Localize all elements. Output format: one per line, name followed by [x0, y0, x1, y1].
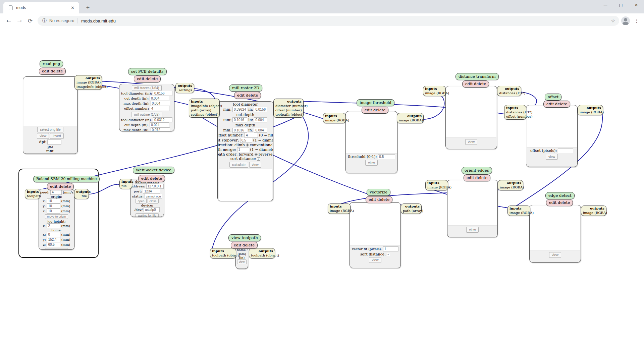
direction-climb-radio[interactable] [246, 143, 249, 147]
origin-x-input[interactable] [47, 198, 60, 204]
dpi-input[interactable] [47, 139, 61, 145]
view-button[interactable]: view [237, 260, 246, 264]
dev-input[interactable] [144, 207, 160, 212]
port-toolpath[interactable]: toolpath (object) [275, 112, 302, 117]
port-settings[interactable]: settings [177, 88, 192, 92]
view-button[interactable]: view [549, 252, 561, 258]
port-imageinfo[interactable]: imageInfo (object) [76, 84, 100, 89]
read-png-outputs-tag[interactable]: outputs image (RGBA) imageInfo (object) [74, 75, 102, 90]
threshold-input[interactable] [378, 154, 395, 159]
port-path[interactable]: path (array) [403, 209, 420, 213]
module-title-distance-transform[interactable]: distance transform [455, 73, 499, 80]
port-image-rgba[interactable]: image (RGBA) [76, 80, 100, 84]
close-button[interactable]: close [148, 199, 159, 204]
tool-diameter-in-input[interactable] [254, 107, 267, 112]
websocket-inputs-tag[interactable]: inputs file [119, 179, 132, 189]
port-imageinfo[interactable]: imageInfo (object) [191, 104, 218, 108]
roland-inputs-tag[interactable]: inputs toolpath [25, 189, 40, 199]
cut-depth-mm-input[interactable] [232, 117, 247, 122]
address-input[interactable] [146, 184, 164, 189]
port-image-rgba[interactable]: image (RGBA) [325, 118, 344, 122]
module-title-mill-raster-2d[interactable]: mill raster 2D [229, 84, 262, 92]
calculate-button[interactable]: calculate [229, 162, 248, 168]
port-offset[interactable]: offset (number) [275, 108, 302, 112]
port-image-rgba[interactable]: image (RGBA) [500, 185, 521, 189]
port-image-rgba[interactable]: image (RGBA) [425, 91, 444, 95]
port-image-rgba[interactable]: image (RGBA) [427, 185, 446, 189]
avatar[interactable] [621, 16, 630, 25]
roland-outputs-tag[interactable]: outputs file [74, 189, 89, 199]
view-button[interactable]: view [465, 139, 477, 145]
close-icon[interactable]: ✕ [629, 0, 644, 11]
port-file[interactable]: file [76, 194, 87, 198]
orient-edges-inputs-tag[interactable]: inputs image (RGBA) [425, 180, 448, 190]
port-file[interactable]: file [121, 184, 130, 188]
cut-depth-in-input[interactable] [254, 117, 267, 122]
browser-tab[interactable]: mods ✕ [3, 2, 79, 13]
edit-delete-tag[interactable]: edit delete [366, 196, 392, 203]
edit-delete-tag[interactable]: edit delete [231, 242, 258, 249]
module-title-roland-srm20[interactable]: Roland SRM-20 milling machine [33, 176, 100, 182]
sort-distance-checkbox[interactable]: ✓ [387, 253, 390, 256]
offset-outputs-tag[interactable]: outputs image (RGBA) [578, 105, 603, 115]
edit-delete-tag[interactable]: edit delete [234, 92, 261, 99]
module-title-edge-detect[interactable]: edge detect [545, 192, 575, 199]
reload-icon[interactable]: ⟳ [25, 16, 35, 25]
view-button[interactable]: view [365, 160, 377, 166]
tab-close-icon[interactable]: ✕ [69, 5, 76, 10]
speed-input[interactable] [50, 190, 62, 195]
traces-tool-diameter-input[interactable] [153, 91, 172, 96]
forward-icon[interactable]: → [15, 16, 24, 25]
view-button[interactable]: view [249, 162, 261, 168]
port-toolpath[interactable]: toolpath [27, 194, 38, 198]
address-bar[interactable]: ⓘ No es seguro mods.cba.mit.edu ☆ [38, 16, 619, 26]
edge-detect-outputs-tag[interactable]: outputs image (RGBA) [581, 206, 606, 216]
traces-cut-depth-input[interactable] [150, 96, 169, 101]
module-title-read-png[interactable]: read png [40, 60, 63, 67]
home-y-input[interactable] [47, 237, 60, 242]
path-order-forward-radio[interactable] [255, 153, 258, 156]
edit-delete-tag[interactable]: edit delete [39, 68, 66, 75]
bookmark-star-icon[interactable]: ☆ [611, 18, 615, 23]
invert-button[interactable]: invert [50, 133, 63, 139]
back-icon[interactable]: ← [4, 16, 13, 25]
outline-cut-depth-input[interactable] [150, 122, 169, 127]
module-title-view-toolpath[interactable]: view toolpath [228, 234, 261, 241]
traces-offset-number-input[interactable] [150, 106, 169, 111]
orient-edges-outputs-tag[interactable]: outputs image (RGBA) [498, 180, 523, 190]
origin-z-input[interactable] [47, 209, 60, 214]
maximize-icon[interactable]: ▢ [613, 0, 629, 11]
origin-y-input[interactable] [47, 204, 60, 209]
edit-delete-tag[interactable]: edit delete [543, 101, 570, 108]
minimize-icon[interactable]: — [598, 0, 613, 11]
port-distances[interactable]: distances (F32) [499, 91, 519, 95]
port-path[interactable]: path (array) [191, 108, 218, 112]
move-to-origin-button[interactable]: move to origin [45, 214, 68, 219]
move-to-home-button[interactable]: move to home [45, 248, 68, 250]
edit-delete-tag[interactable]: edit delete [546, 199, 573, 206]
port-settings[interactable]: settings (object) [191, 112, 218, 117]
menu-icon[interactable]: ⋮ [633, 16, 641, 25]
vectorize-outputs-tag[interactable]: outputs path (array) [401, 204, 422, 214]
port-diameter[interactable]: diameter (number) [275, 104, 302, 108]
edit-delete-tag[interactable]: edit delete [362, 107, 388, 114]
edge-detect-inputs-tag[interactable]: inputs image (RGBA) [507, 206, 530, 216]
sort-distance-checkbox[interactable]: ✓ [257, 157, 260, 161]
distance-transform-outputs-tag[interactable]: outputs distances (F32) [497, 86, 521, 96]
vector-fit-input[interactable] [383, 246, 398, 251]
port-image-rgba[interactable]: image (RGBA) [580, 110, 601, 114]
port-image-rgba[interactable]: image (RGBA) [583, 211, 604, 215]
vectorize-inputs-tag[interactable]: inputs image (RGBA) [328, 204, 351, 214]
max-depth-in-input[interactable] [254, 128, 267, 133]
image-threshold-inputs-tag[interactable]: inputs image (RGBA) [323, 113, 346, 123]
module-title-orient-edges[interactable]: orient edges [462, 167, 492, 174]
mill-raster-outputs-tag[interactable]: outputs diameter (number) offset (number… [273, 99, 304, 118]
view-button[interactable]: view [466, 227, 478, 233]
port-toolpath[interactable]: toolpath (object) [212, 253, 234, 257]
view-toolpath-inputs-tag[interactable]: inputs toolpath (object) [210, 248, 236, 258]
offset-stepover-input[interactable] [240, 138, 252, 143]
port-distances[interactable]: distances (F32) [506, 110, 524, 114]
info-icon[interactable]: ⓘ [42, 18, 47, 24]
port-input[interactable] [143, 189, 160, 194]
port-image-rgba[interactable]: image (RGBA) [509, 211, 528, 215]
